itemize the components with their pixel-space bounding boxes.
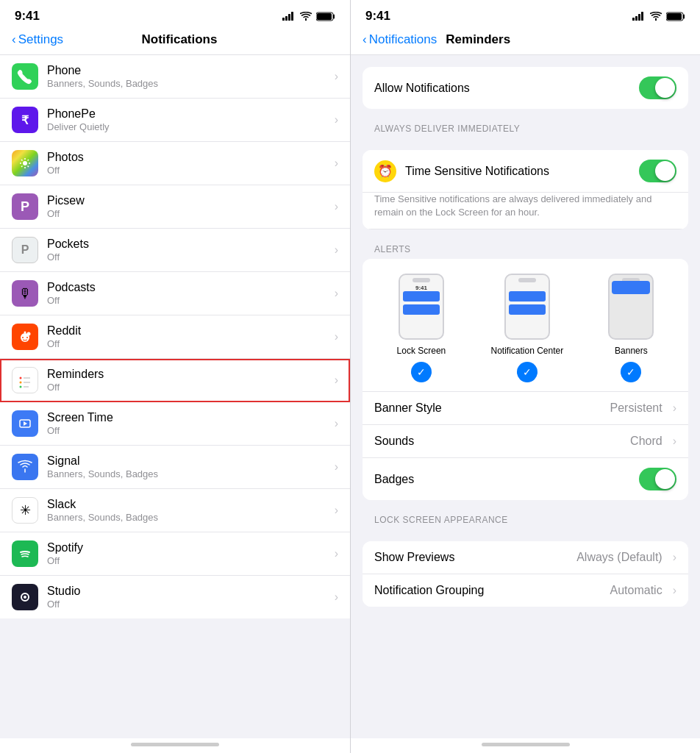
picsew-app-info: PicsewOff bbox=[47, 194, 329, 219]
sounds-row[interactable]: Sounds Chord › bbox=[362, 425, 688, 458]
reminders-chevron-icon: › bbox=[335, 374, 338, 387]
list-item-signal[interactable]: SignalBanners, Sounds, Badges› bbox=[0, 446, 350, 489]
photos-app-icon bbox=[12, 150, 38, 176]
wifi-icon bbox=[300, 12, 312, 21]
pockets-app-name: Pockets bbox=[47, 238, 329, 251]
mockup-notch bbox=[413, 278, 430, 282]
phonepe-chevron-icon: › bbox=[335, 113, 338, 126]
podcasts-app-info: PodcastsOff bbox=[47, 281, 329, 306]
banners-label: Banners bbox=[615, 346, 648, 356]
lock-screen-option[interactable]: 9:41 Lock Screen ✓ bbox=[397, 274, 446, 382]
list-item-podcasts[interactable]: 🎙PodcastsOff› bbox=[0, 272, 350, 315]
always-deliver-header: ALWAYS DELIVER IMMEDIATELY bbox=[351, 109, 700, 138]
spotify-chevron-icon: › bbox=[335, 547, 338, 560]
list-item-photos[interactable]: PhotosOff› bbox=[0, 142, 350, 185]
list-item-picsew[interactable]: PPicsewOff› bbox=[0, 185, 350, 229]
studio-chevron-icon: › bbox=[335, 590, 338, 604]
svg-rect-0 bbox=[282, 18, 285, 21]
list-item-reminders[interactable]: RemindersOff› bbox=[0, 359, 350, 402]
lock-screen-appearance-header: LOCK SCREEN APPEARANCE bbox=[351, 500, 700, 529]
sounds-chevron: › bbox=[673, 435, 676, 448]
show-previews-row[interactable]: Show Previews Always (Default) › bbox=[362, 541, 688, 574]
time-sensitive-desc: Time Sensitive notifications are always … bbox=[362, 193, 688, 229]
list-item-phonepe[interactable]: ₹PhonePeDeliver Quietly› bbox=[0, 99, 350, 142]
list-item-slack[interactable]: ✳SlackBanners, Sounds, Badges› bbox=[0, 489, 350, 532]
list-item-studio[interactable]: StudioOff› bbox=[0, 576, 350, 618]
svg-point-19 bbox=[24, 332, 26, 334]
list-item-screen-time[interactable]: Screen TimeOff› bbox=[0, 402, 350, 446]
svg-point-17 bbox=[26, 337, 28, 338]
pockets-chevron-icon: › bbox=[335, 243, 338, 257]
left-nav-title: Notifications bbox=[142, 32, 218, 47]
svg-point-16 bbox=[22, 337, 24, 338]
photos-app-name: Photos bbox=[47, 151, 329, 164]
svg-point-6 bbox=[23, 161, 27, 165]
screen time-app-sub: Off bbox=[47, 425, 329, 436]
app-list: PhoneBanners, Sounds, Badges›₹PhonePeDel… bbox=[0, 55, 350, 738]
list-item-phone[interactable]: PhoneBanners, Sounds, Badges› bbox=[0, 55, 350, 99]
list-item-spotify[interactable]: SpotifyOff› bbox=[0, 532, 350, 576]
right-battery-icon bbox=[666, 12, 685, 21]
left-nav-back[interactable]: ‹ Settings bbox=[12, 32, 63, 47]
screen time-app-info: Screen TimeOff bbox=[47, 411, 329, 436]
banner-style-row[interactable]: Banner Style Persistent › bbox=[362, 391, 688, 425]
banner-style-value: Persistent bbox=[610, 402, 662, 415]
sounds-label: Sounds bbox=[374, 435, 630, 448]
alerts-group: 9:41 Lock Screen ✓ Notification Center bbox=[362, 259, 688, 500]
reminders-app-icon bbox=[12, 367, 38, 393]
svg-point-29 bbox=[24, 596, 26, 599]
right-wifi-icon bbox=[650, 12, 662, 21]
svg-line-14 bbox=[21, 160, 22, 160]
badges-toggle[interactable] bbox=[639, 468, 676, 490]
allow-notifications-toggle[interactable] bbox=[639, 76, 676, 99]
time-sensitive-toggle[interactable] bbox=[639, 160, 676, 182]
signal-app-sub: Banners, Sounds, Badges bbox=[47, 468, 329, 479]
studio-app-icon bbox=[12, 584, 38, 610]
banner-style-label: Banner Style bbox=[374, 402, 610, 415]
reddit-app-name: Reddit bbox=[47, 324, 329, 338]
time-sensitive-row: ⏰ Time Sensitive Notifications bbox=[362, 150, 688, 193]
phone-app-info: PhoneBanners, Sounds, Badges bbox=[47, 64, 329, 89]
show-previews-label: Show Previews bbox=[374, 551, 576, 564]
left-nav-bar: ‹ Settings Notifications bbox=[0, 26, 350, 55]
show-previews-value: Always (Default) bbox=[576, 551, 662, 564]
list-item-reddit[interactable]: RedditOff› bbox=[0, 315, 350, 359]
phone-app-name: Phone bbox=[47, 64, 329, 77]
picsew-app-icon: P bbox=[12, 193, 38, 220]
studio-app-name: Studio bbox=[47, 585, 329, 598]
mockup-banner-mid bbox=[403, 304, 440, 315]
notification-center-check: ✓ bbox=[517, 362, 538, 382]
photos-chevron-icon: › bbox=[335, 157, 338, 170]
list-item-pockets[interactable]: PPocketsOff› bbox=[0, 229, 350, 272]
podcasts-app-sub: Off bbox=[47, 295, 329, 306]
banners-option[interactable]: Banners ✓ bbox=[608, 274, 654, 382]
phonepe-app-name: PhonePe bbox=[47, 107, 329, 121]
pockets-app-sub: Off bbox=[47, 251, 329, 263]
picsew-app-name: Picsew bbox=[47, 194, 329, 207]
right-status-bar: 9:41 bbox=[351, 0, 700, 26]
right-nav-back[interactable]: ‹ Notifications bbox=[362, 32, 437, 47]
notification-center-option[interactable]: Notification Center ✓ bbox=[490, 274, 563, 382]
notification-grouping-label: Notification Grouping bbox=[374, 584, 610, 597]
signal-app-info: SignalBanners, Sounds, Badges bbox=[47, 454, 329, 479]
slack-app-icon: ✳ bbox=[12, 497, 38, 524]
mockup-time: 9:41 bbox=[415, 285, 427, 291]
svg-line-8 bbox=[28, 160, 29, 160]
reddit-chevron-icon: › bbox=[335, 330, 338, 343]
phone-app-sub: Banners, Sounds, Badges bbox=[47, 78, 329, 89]
podcasts-app-name: Podcasts bbox=[47, 281, 329, 294]
svg-rect-2 bbox=[288, 14, 290, 21]
svg-rect-30 bbox=[632, 18, 635, 21]
svg-line-12 bbox=[21, 166, 22, 167]
notification-grouping-chevron: › bbox=[673, 584, 676, 597]
svg-point-18 bbox=[27, 332, 31, 336]
lock-screen-mockup: 9:41 bbox=[399, 274, 444, 340]
time-sensitive-label: Time Sensitive Notifications bbox=[405, 165, 639, 178]
sounds-value: Chord bbox=[630, 435, 662, 448]
left-screen: 9:41 ‹ Settings bbox=[0, 0, 350, 753]
phonepe-app-icon: ₹ bbox=[12, 107, 38, 133]
alert-styles-row: 9:41 Lock Screen ✓ Notification Center bbox=[362, 259, 688, 391]
picsew-chevron-icon: › bbox=[335, 200, 338, 213]
right-screen: 9:41 ‹ Notifications bbox=[350, 0, 700, 753]
notification-grouping-row[interactable]: Notification Grouping Automatic › bbox=[362, 574, 688, 607]
